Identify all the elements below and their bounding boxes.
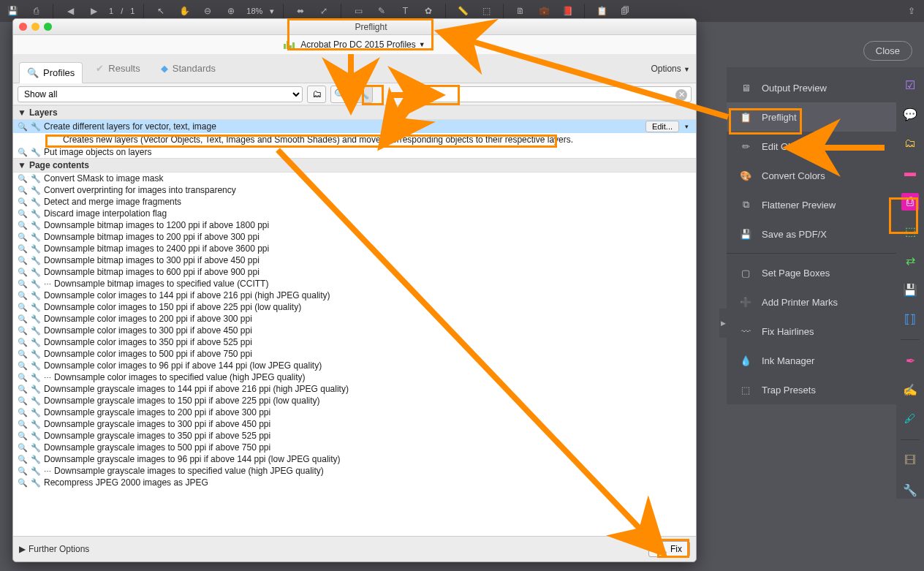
- fixup-row[interactable]: 🔍🔧Discard image interpolation flag: [13, 208, 696, 219]
- briefcase-icon[interactable]: 💼: [536, 3, 552, 19]
- pencil-icon[interactable]: ✎: [374, 3, 390, 19]
- fixup-row[interactable]: 🔍🔧Downsample grayscale images to 500 ppi…: [13, 442, 696, 453]
- window-zoom-icon[interactable]: [44, 23, 52, 31]
- preflight-shortcut-icon[interactable]: 📋: [594, 3, 610, 19]
- rail-fountain-pen-icon[interactable]: 🖋: [901, 410, 919, 428]
- tool-edit-object[interactable]: ✏Edit Object: [727, 132, 896, 161]
- filter-fixups-button[interactable]: 🔧: [354, 86, 373, 103]
- fixup-row[interactable]: 🔍🔧Downsample color images to 350 ppi if …: [13, 336, 696, 348]
- next-page-icon[interactable]: ▶: [86, 3, 102, 19]
- share-icon[interactable]: ⇪: [904, 3, 920, 19]
- stamp-icon[interactable]: ✿: [420, 3, 436, 19]
- doc1-icon[interactable]: 🗎: [512, 3, 529, 19]
- fixup-row[interactable]: 🔍🔧Recompress JPEG 2000 images as JPEG: [13, 477, 696, 488]
- fixup-row[interactable]: 🔍🔧Downsample color images to 96 ppi if a…: [13, 360, 696, 371]
- save-icon[interactable]: 💾: [4, 3, 20, 19]
- fixup-row[interactable]: 🔍🔧Downsample grayscale images to 200 ppi…: [13, 406, 696, 418]
- fixup-row[interactable]: 🔍🔧Create different layers for vector, te…: [13, 120, 696, 133]
- tab-results[interactable]: ✔ Results: [88, 58, 147, 78]
- zoom-value[interactable]: 18%: [246, 7, 262, 15]
- tool-fix-hairlines[interactable]: 〰Fix Hairlines: [727, 317, 896, 346]
- show-all-select[interactable]: Show all: [18, 86, 303, 102]
- group-page-contents[interactable]: ▼Page contents: [13, 158, 696, 173]
- tool-preflight[interactable]: 📋Preflight: [727, 102, 896, 132]
- ruler-icon[interactable]: 📏: [455, 3, 471, 19]
- fixup-row[interactable]: 🔍🔧Downsample bitmap images to 2400 ppi i…: [13, 243, 696, 254]
- fixup-row[interactable]: 🔍🔧⋯Downsample grayscale images to specif…: [13, 465, 696, 477]
- fixup-row[interactable]: 🔍🔧Downsample color images to 300 ppi if …: [13, 325, 696, 336]
- tool-add-printer-marks[interactable]: ➕Add Printer Marks: [727, 287, 896, 317]
- tab-profiles[interactable]: 🔍 Profiles: [19, 62, 83, 83]
- tool-ink-manager[interactable]: 💧Ink Manager: [727, 346, 896, 375]
- text-icon[interactable]: T: [397, 3, 413, 19]
- tool-flattener-preview[interactable]: ⧉Flattener Preview: [727, 190, 896, 219]
- rail-print-production-icon[interactable]: ⎙: [901, 193, 919, 211]
- rail-comment-icon[interactable]: 💬: [901, 105, 919, 123]
- row-menu-icon[interactable]: ▾: [682, 123, 692, 130]
- print-icon[interactable]: ⎙: [28, 3, 44, 19]
- fixup-row[interactable]: 🔍🔧Downsample grayscale images to 350 ppi…: [13, 430, 696, 442]
- window-minimize-icon[interactable]: [31, 23, 39, 31]
- prev-page-icon[interactable]: ◀: [62, 3, 78, 19]
- fixup-row[interactable]: 🔍🔧Put image objects on layers: [13, 146, 696, 158]
- preflight-titlebar[interactable]: Preflight: [13, 19, 696, 35]
- red-doc-icon[interactable]: 📕: [559, 3, 575, 19]
- zoom-dropdown-icon[interactable]: ▾: [270, 7, 274, 16]
- tool-save-as-pdf-x[interactable]: 💾Save as PDF/X: [727, 219, 896, 249]
- fixup-row[interactable]: 🔍🔧Downsample bitmap images to 200 ppi if…: [13, 231, 696, 243]
- tool-set-page-boxes[interactable]: ▢Set Page Boxes: [727, 258, 896, 287]
- fixup-row[interactable]: 🔍🔧Downsample grayscale images to 96 ppi …: [13, 453, 696, 465]
- tab-standards[interactable]: ◆ Standards: [154, 58, 223, 78]
- rail-send-sign-icon[interactable]: ✍: [901, 381, 919, 398]
- fixup-row[interactable]: 🔍🔧Downsample grayscale images to 150 ppi…: [13, 395, 696, 406]
- fixup-row[interactable]: 🔍🔧⋯Downsample bitmap images to specified…: [13, 278, 696, 290]
- tool-output-preview[interactable]: 🖥Output Preview: [727, 73, 896, 102]
- rail-checkbox-icon[interactable]: ☑: [901, 76, 919, 94]
- fixup-row[interactable]: 🔍🔧Convert overprinting for images into t…: [13, 184, 696, 196]
- fit-width-icon[interactable]: ⬌: [292, 3, 308, 19]
- hand-tool-icon[interactable]: ✋: [176, 3, 192, 19]
- fixups-list[interactable]: ▼Layers🔍🔧Create different layers for vec…: [13, 105, 696, 536]
- doc3-icon[interactable]: 🗐: [617, 3, 633, 19]
- zoom-out-icon[interactable]: ⊖: [200, 3, 216, 19]
- object-icon[interactable]: ⬚: [478, 3, 494, 19]
- fixup-row[interactable]: 🔍🔧⋯Downsample color images to specified …: [13, 371, 696, 383]
- fixup-row[interactable]: 🔍🔧Downsample grayscale images to 300 ppi…: [13, 418, 696, 430]
- fixup-row[interactable]: 🔍🔧Downsample grayscale images to 144 ppi…: [13, 383, 696, 395]
- tool-convert-colors[interactable]: 🎨Convert Colors: [727, 161, 896, 190]
- rail-redact-icon[interactable]: ▬: [901, 164, 919, 181]
- window-close-icon[interactable]: [19, 23, 27, 31]
- page-current[interactable]: 1: [109, 7, 113, 15]
- filter-checks-button[interactable]: 🔍: [330, 86, 349, 103]
- group-layers[interactable]: ▼Layers: [13, 105, 696, 120]
- rail-action-icon[interactable]: ⬚: [901, 222, 919, 240]
- rail-measure-icon[interactable]: ⟦⟧: [901, 310, 919, 328]
- fixup-row[interactable]: 🔍🔧Detect and merge image fragments: [13, 196, 696, 208]
- edit-icon[interactable]: ▭: [350, 3, 366, 19]
- edit-button[interactable]: Edit...: [645, 121, 679, 132]
- rail-film-icon[interactable]: 🎞: [901, 452, 919, 469]
- expand-tab[interactable]: ▶: [719, 309, 727, 338]
- rail-more-tools-icon[interactable]: 🔧: [901, 481, 919, 499]
- zoom-in-icon[interactable]: ⊕: [223, 3, 239, 19]
- clear-search-icon[interactable]: ✕: [675, 89, 687, 101]
- rail-save-icon[interactable]: 💾: [901, 281, 919, 298]
- fixup-row[interactable]: 🔍🔧Downsample bitmap images to 300 ppi if…: [13, 254, 696, 266]
- fit-page-icon[interactable]: ⤢: [316, 3, 332, 19]
- options-menu[interactable]: Options ▼: [651, 64, 690, 74]
- fixup-row[interactable]: 🔍🔧Downsample color images to 150 ppi if …: [13, 301, 696, 313]
- tool-trap-presets[interactable]: ⬚Trap Presets: [727, 375, 896, 404]
- rail-sign-pen-icon[interactable]: ✒: [901, 352, 919, 369]
- rail-compare-icon[interactable]: ⇄: [901, 252, 919, 269]
- fixup-row[interactable]: 🔍🔧Downsample bitmap images to 600 ppi if…: [13, 266, 696, 278]
- fixup-row[interactable]: 🔍🔧Downsample color images to 500 ppi if …: [13, 348, 696, 360]
- further-options[interactable]: ▶ Further Options 🔧 Fix: [13, 536, 696, 561]
- fix-button[interactable]: 🔧 Fix: [648, 541, 690, 557]
- fixup-row[interactable]: 🔍🔧Downsample bitmap images to 1200 ppi i…: [13, 219, 696, 231]
- filter-category-button[interactable]: 🗂: [307, 86, 326, 103]
- close-button[interactable]: Close: [863, 41, 912, 61]
- rail-organize-icon[interactable]: 🗂: [901, 135, 919, 152]
- pointer-tool-icon[interactable]: ↖: [153, 3, 169, 19]
- fixup-row[interactable]: 🔍🔧Convert SMask to image mask: [13, 173, 696, 184]
- search-input[interactable]: [408, 86, 692, 102]
